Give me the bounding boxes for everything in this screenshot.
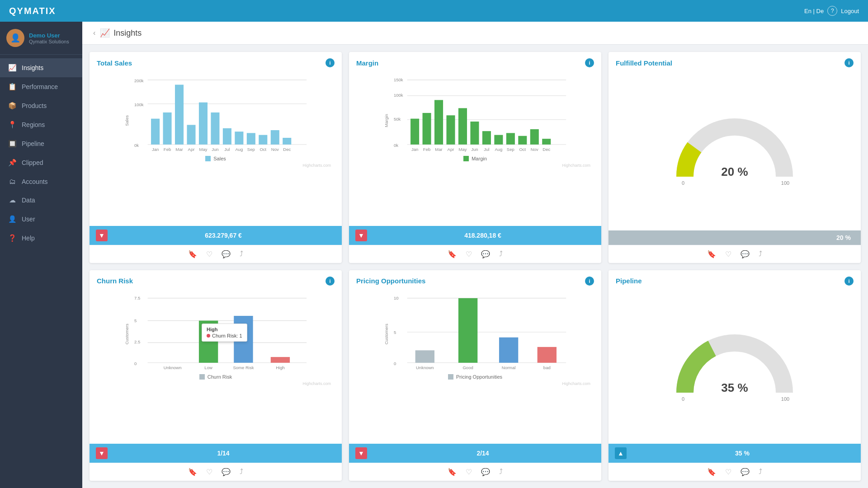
svg-text:5: 5 bbox=[134, 318, 137, 323]
page-title-icon: 📈 bbox=[100, 28, 110, 38]
svg-rect-48 bbox=[458, 108, 467, 144]
churn-risk-value: 1/14 bbox=[111, 450, 335, 457]
pricing-chevron-btn[interactable]: ▼ bbox=[355, 447, 367, 459]
pipeline-info-btn[interactable]: i bbox=[844, 277, 854, 286]
fulfilled-potential-chart: 20 % 0 100 bbox=[609, 69, 861, 230]
back-button[interactable]: ‹ bbox=[93, 29, 95, 37]
sidebar-item-performance[interactable]: 📋 Performance bbox=[0, 77, 82, 96]
svg-rect-25 bbox=[259, 135, 267, 145]
margin-chevron-btn[interactable]: ▼ bbox=[355, 230, 367, 241]
cr-bookmark-icon[interactable]: 🔖 bbox=[188, 468, 197, 476]
margin-info-btn[interactable]: i bbox=[585, 58, 594, 67]
svg-text:50k: 50k bbox=[394, 117, 401, 122]
fp-heart-icon[interactable]: ♡ bbox=[725, 250, 731, 258]
fulfilled-potential-info-btn[interactable]: i bbox=[844, 58, 854, 67]
churn-risk-title: Churn Risk bbox=[97, 277, 133, 285]
share-icon[interactable]: ⤴ bbox=[240, 250, 243, 258]
margin-heart-icon[interactable]: ♡ bbox=[466, 250, 472, 258]
churn-risk-chevron-btn[interactable]: ▼ bbox=[96, 447, 108, 459]
fulfilled-potential-actions: 🔖 ♡ 💬 ⤴ bbox=[609, 245, 861, 263]
svg-text:Nov: Nov bbox=[531, 147, 538, 152]
total-sales-chevron-btn[interactable]: ▼ bbox=[96, 230, 108, 241]
total-sales-info-btn[interactable]: i bbox=[326, 58, 335, 67]
comment-icon[interactable]: 💬 bbox=[222, 250, 231, 258]
card-churn-risk: Churn Risk i 7.5 5 2.5 0 Customers bbox=[90, 270, 342, 481]
sidebar-item-data[interactable]: ☁ Data bbox=[0, 191, 82, 210]
page-title: 📈 Insights bbox=[100, 28, 142, 38]
svg-rect-58 bbox=[518, 136, 527, 145]
sidebar-item-accounts[interactable]: 🗂 Accounts bbox=[0, 172, 82, 191]
user-name: Demo User bbox=[29, 32, 69, 39]
fp-bookmark-icon[interactable]: 🔖 bbox=[707, 250, 716, 258]
svg-text:0k: 0k bbox=[134, 143, 139, 148]
svg-text:Nov: Nov bbox=[271, 147, 279, 152]
svg-rect-81 bbox=[271, 357, 290, 363]
svg-text:Mar: Mar bbox=[175, 147, 183, 152]
svg-text:Apr: Apr bbox=[448, 147, 455, 152]
churn-risk-credit: Highcharts.com bbox=[97, 381, 335, 387]
total-sales-credit: Highcharts.com bbox=[97, 163, 335, 169]
margin-share-icon[interactable]: ⤴ bbox=[499, 250, 503, 258]
fp-comment-icon[interactable]: 💬 bbox=[741, 250, 750, 258]
svg-text:Jun: Jun bbox=[471, 147, 478, 152]
churn-risk-info-btn[interactable]: i bbox=[326, 277, 335, 286]
card-churn-risk-header: Churn Risk i bbox=[90, 270, 342, 287]
sidebar-label-pipeline: Pipeline bbox=[22, 140, 44, 147]
fulfilled-potential-value: 20 % bbox=[615, 234, 854, 241]
language-switcher[interactable]: En | De bbox=[804, 8, 824, 14]
fp-share-icon[interactable]: ⤴ bbox=[759, 250, 762, 258]
help-icon[interactable]: ? bbox=[827, 6, 837, 16]
pipeline-chevron-btn[interactable]: ▲ bbox=[615, 447, 627, 459]
logout-link[interactable]: Logout bbox=[841, 8, 859, 14]
pl-comment-icon[interactable]: 💬 bbox=[741, 468, 750, 476]
svg-rect-94 bbox=[499, 337, 518, 362]
svg-rect-44 bbox=[434, 100, 443, 144]
heart-icon[interactable]: ♡ bbox=[206, 250, 212, 258]
po-heart-icon[interactable]: ♡ bbox=[466, 468, 472, 476]
bookmark-icon[interactable]: 🔖 bbox=[188, 250, 197, 258]
svg-text:200k: 200k bbox=[134, 78, 144, 83]
sidebar-item-regions[interactable]: 📍 Regions bbox=[0, 115, 82, 134]
sidebar-user: 👤 Demo User Qymatix Solutions bbox=[0, 22, 82, 55]
cr-heart-icon[interactable]: ♡ bbox=[206, 468, 212, 476]
svg-text:10: 10 bbox=[394, 296, 399, 300]
total-sales-legend: Sales bbox=[97, 156, 335, 161]
card-margin: Margin i 150k 100k 50k 0k Margin bbox=[349, 52, 601, 263]
churn-risk-actions: 🔖 ♡ 💬 ⤴ bbox=[90, 463, 342, 481]
cr-share-icon[interactable]: ⤴ bbox=[240, 468, 243, 476]
cr-comment-icon[interactable]: 💬 bbox=[222, 468, 231, 476]
pl-share-icon[interactable]: ⤴ bbox=[759, 468, 762, 476]
sidebar-item-products[interactable]: 📦 Products bbox=[0, 96, 82, 115]
sidebar-label-regions: Regions bbox=[22, 121, 45, 128]
sidebar-item-insights[interactable]: 📈 Insights bbox=[0, 58, 82, 77]
svg-text:May: May bbox=[199, 147, 207, 152]
po-share-icon[interactable]: ⤴ bbox=[499, 468, 503, 476]
total-sales-actions: 🔖 ♡ 💬 ⤴ bbox=[90, 245, 342, 263]
pipeline-chart: 35 % 0 100 bbox=[609, 287, 861, 444]
total-sales-footer: ▼ 623.279,67 € bbox=[90, 226, 342, 245]
svg-text:Feb: Feb bbox=[423, 147, 430, 152]
sidebar-item-clipped[interactable]: 📌 Clipped bbox=[0, 153, 82, 172]
sidebar-item-user[interactable]: 👤 User bbox=[0, 210, 82, 229]
svg-rect-92 bbox=[458, 298, 477, 362]
sidebar-item-pipeline[interactable]: 🔲 Pipeline bbox=[0, 134, 82, 153]
svg-rect-62 bbox=[542, 139, 551, 145]
products-icon: 📦 bbox=[8, 102, 16, 110]
margin-actions: 🔖 ♡ 💬 ⤴ bbox=[349, 245, 601, 263]
svg-rect-42 bbox=[423, 113, 431, 145]
sidebar-label-user: User bbox=[22, 216, 35, 223]
pl-bookmark-icon[interactable]: 🔖 bbox=[707, 468, 716, 476]
sidebar-label-performance: Performance bbox=[22, 83, 58, 90]
pricing-info-btn[interactable]: i bbox=[585, 277, 594, 286]
pricing-legend: Pricing Opportunities bbox=[356, 374, 594, 380]
margin-bookmark-icon[interactable]: 🔖 bbox=[448, 250, 457, 258]
svg-rect-27 bbox=[271, 130, 279, 145]
sidebar-item-help[interactable]: ❓ Help bbox=[0, 229, 82, 248]
po-comment-icon[interactable]: 💬 bbox=[481, 468, 490, 476]
svg-text:Jun: Jun bbox=[212, 147, 218, 152]
po-bookmark-icon[interactable]: 🔖 bbox=[448, 468, 457, 476]
svg-text:Jan: Jan bbox=[411, 147, 418, 152]
pl-heart-icon[interactable]: ♡ bbox=[725, 468, 731, 476]
margin-comment-icon[interactable]: 💬 bbox=[481, 250, 490, 258]
topbar-right: En | De ? Logout bbox=[804, 6, 859, 16]
